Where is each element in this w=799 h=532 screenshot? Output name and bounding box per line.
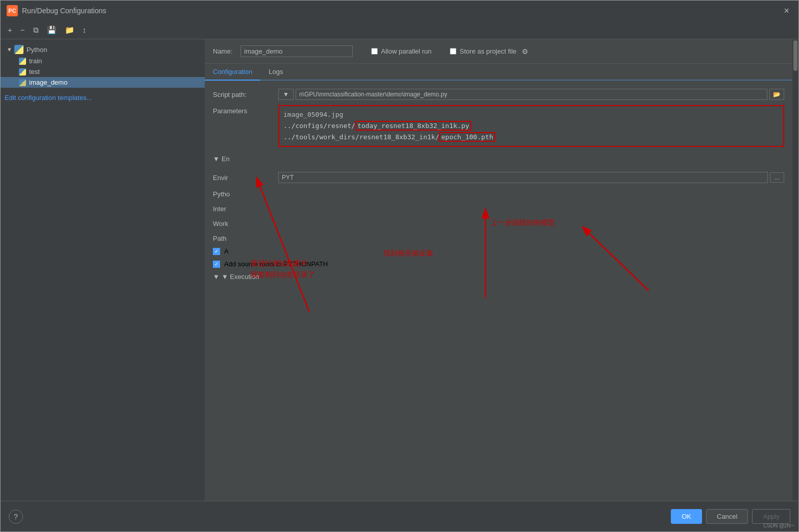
parameters-row: Parameters image_05094.jpg ../configs/re… bbox=[213, 105, 784, 147]
copy-config-button[interactable]: ⧉ bbox=[30, 23, 42, 37]
python-label: Python bbox=[27, 46, 47, 54]
svg-line-0 bbox=[257, 179, 309, 312]
working-dir-row: Work bbox=[213, 218, 784, 227]
tree-item-train[interactable]: train bbox=[1, 56, 205, 66]
envir-row: Envir ... bbox=[213, 172, 784, 183]
tree-item-test[interactable]: test bbox=[1, 66, 205, 77]
python-icon bbox=[14, 45, 23, 54]
save-config-button[interactable]: 💾 bbox=[44, 23, 60, 37]
checkbox-row-2: ✓ Add source roots to PYTHONPATH bbox=[213, 260, 784, 268]
train-label: train bbox=[29, 57, 42, 65]
store-project-label: Store as project file bbox=[459, 47, 516, 55]
checkbox-2-label: Add source roots to PYTHONPATH bbox=[224, 260, 328, 268]
right-panel-wrapper: Name: Allow parallel run Store as projec… bbox=[205, 39, 798, 501]
path-label: Path bbox=[213, 233, 274, 242]
script-path-input[interactable] bbox=[296, 89, 767, 100]
script-path-dropdown[interactable]: ▼ bbox=[278, 89, 294, 100]
gear-icon[interactable]: ⚙ bbox=[522, 47, 528, 56]
bottom-right: OK Cancel Apply bbox=[671, 509, 790, 524]
image-demo-icon bbox=[19, 79, 26, 86]
bottom-bar: ? OK Cancel Apply bbox=[1, 501, 798, 531]
allow-parallel-checkbox[interactable] bbox=[371, 48, 378, 55]
env-collapse-btn[interactable]: ▼ En bbox=[213, 155, 230, 163]
params-line2-highlighted: today_resnet18_8xb32_in1k.py bbox=[355, 121, 471, 131]
checkbox-1[interactable]: ✓ bbox=[213, 248, 220, 255]
dialog-title: Run/Debug Configurations bbox=[22, 7, 781, 15]
main-content: ▼ Python train test image_demo Edit conf… bbox=[1, 39, 798, 501]
working-dir-label: Work bbox=[213, 218, 274, 227]
script-path-control: ▼ 📂 bbox=[278, 89, 784, 100]
copy-icon: ⧉ bbox=[33, 26, 39, 34]
params-line2: ../configs/resnet/today_resnet18_8xb32_i… bbox=[283, 120, 779, 132]
save-icon: 💾 bbox=[47, 26, 57, 34]
tree-item-python[interactable]: ▼ Python bbox=[1, 43, 205, 56]
scrollbar-track[interactable] bbox=[792, 39, 798, 501]
tab-logs[interactable]: Logs bbox=[260, 64, 291, 81]
folder-browse-icon: 📂 bbox=[773, 91, 781, 98]
script-path-row: Script path: ▼ 📂 bbox=[213, 89, 784, 100]
collapse-arrow-icon: ▼ bbox=[213, 155, 220, 163]
test-icon bbox=[19, 68, 26, 75]
image-demo-label: image_demo bbox=[29, 79, 67, 86]
execution-collapse-btn[interactable]: ▼ ▼ Execution bbox=[213, 273, 259, 281]
train-icon bbox=[19, 58, 26, 65]
cancel-button[interactable]: Cancel bbox=[706, 509, 748, 524]
name-input[interactable] bbox=[240, 45, 353, 57]
folder-config-button[interactable]: 📁 bbox=[62, 23, 78, 37]
env-section-label: En bbox=[222, 155, 230, 163]
dropdown-arrow-icon: ▼ bbox=[283, 91, 289, 98]
params-line3: ../tools/work_dirs/resnet18_8xb32_in1k/e… bbox=[283, 132, 779, 143]
edit-templates-link[interactable]: Edit configuration templates... bbox=[5, 92, 92, 104]
store-project-group: Store as project file ⚙ bbox=[450, 47, 528, 56]
envir-control: ... bbox=[278, 172, 784, 183]
toolbar: + − ⧉ 💾 📁 ↕ bbox=[1, 21, 798, 39]
store-project-checkbox[interactable] bbox=[450, 48, 456, 55]
help-button[interactable]: ? bbox=[9, 510, 23, 524]
add-config-button[interactable]: + bbox=[5, 23, 15, 36]
execution-row: ▼ ▼ Execution bbox=[213, 273, 784, 285]
parameters-label: Parameters bbox=[213, 105, 274, 115]
params-line3-highlighted: epoch_100.pth bbox=[439, 132, 495, 142]
test-label: test bbox=[29, 68, 40, 75]
ok-button[interactable]: OK bbox=[671, 509, 702, 524]
python-interpreter-row: Pytho bbox=[213, 188, 784, 198]
allow-parallel-group: Allow parallel run bbox=[371, 47, 431, 55]
config-area: Name: Allow parallel run Store as projec… bbox=[205, 39, 792, 501]
scrollbar-thumb[interactable] bbox=[793, 40, 797, 71]
close-button[interactable]: × bbox=[781, 5, 792, 17]
name-label: Name: bbox=[213, 47, 232, 55]
sort-config-button[interactable]: ↕ bbox=[80, 23, 90, 36]
execution-arrow-icon: ▼ bbox=[213, 273, 220, 281]
checkbox-2[interactable]: ✓ bbox=[213, 261, 220, 268]
tree-item-image-demo[interactable]: image_demo bbox=[1, 77, 205, 88]
apply-button[interactable]: Apply bbox=[752, 509, 790, 524]
remove-config-button[interactable]: − bbox=[17, 23, 28, 36]
python-interpreter-label: Pytho bbox=[213, 188, 274, 198]
envir-input[interactable] bbox=[278, 172, 768, 183]
config-header: Name: Allow parallel run Store as projec… bbox=[205, 39, 792, 64]
envir-label: Envir bbox=[213, 172, 274, 182]
folder-icon: 📁 bbox=[65, 26, 75, 34]
interpreter-options-row: Inter bbox=[213, 203, 784, 213]
config-content: Script path: ▼ 📂 Par bbox=[205, 81, 792, 501]
app-icon: PC bbox=[7, 5, 18, 16]
params-line1: image_05094.jpg bbox=[283, 109, 779, 120]
script-path-label: Script path: bbox=[213, 89, 274, 98]
checkbox-row-1: ✓ A bbox=[213, 247, 784, 255]
envir-edit-btn[interactable]: ... bbox=[770, 172, 784, 183]
allow-parallel-label: Allow parallel run bbox=[381, 47, 431, 55]
env-section-row: ▼ En bbox=[213, 155, 784, 167]
execution-label: ▼ Execution bbox=[222, 273, 259, 281]
parameters-content: image_05094.jpg ../configs/resnet/today_… bbox=[278, 105, 784, 147]
path-row: Path bbox=[213, 233, 784, 242]
run-debug-dialog: PC Run/Debug Configurations × + − ⧉ 💾 📁 … bbox=[0, 0, 799, 532]
checkbox-1-label: A bbox=[224, 247, 229, 255]
tab-configuration[interactable]: Configuration bbox=[205, 64, 260, 81]
title-bar: PC Run/Debug Configurations × bbox=[1, 1, 798, 21]
sort-icon: ↕ bbox=[83, 26, 87, 34]
expand-arrow: ▼ bbox=[7, 46, 12, 53]
browse-button[interactable]: 📂 bbox=[769, 89, 784, 100]
left-panel: ▼ Python train test image_demo Edit conf… bbox=[1, 39, 205, 501]
tabs: Configuration Logs bbox=[205, 64, 792, 81]
bottom-left: ? bbox=[9, 510, 23, 524]
